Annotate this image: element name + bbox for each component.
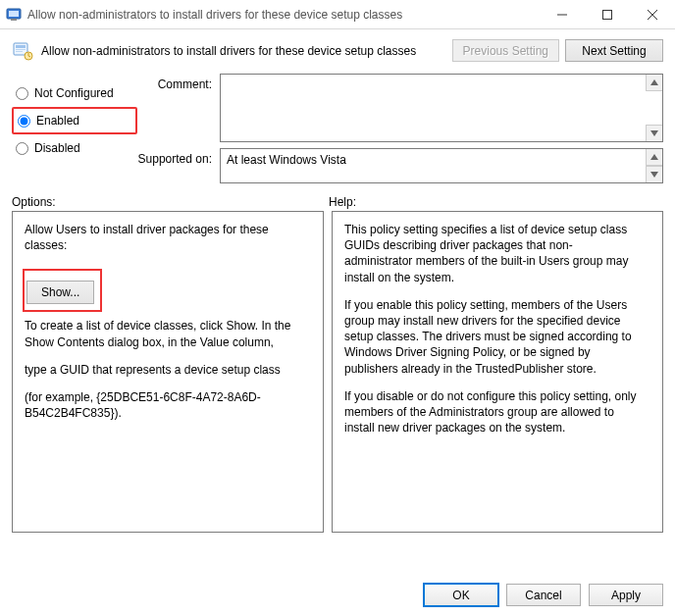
header-row: Allow non-administrators to install driv… [0,29,675,74]
options-line1: To create a list of device classes, clic… [25,318,311,349]
svg-rect-9 [16,49,26,50]
options-pane: Allow Users to install driver packages f… [12,211,324,533]
window-title: Allow non-administrators to install driv… [27,8,540,22]
options-label: Options: [12,195,329,209]
apply-button[interactable]: Apply [589,584,663,606]
state-radio-group: Not Configured Enabled Disabled [12,74,137,189]
close-button[interactable] [630,0,675,29]
policy-icon [12,40,33,62]
ok-button[interactable]: OK [424,584,498,606]
help-label: Help: [329,195,356,209]
radio-disabled[interactable]: Disabled [12,134,137,162]
next-setting-button[interactable]: Next Setting [565,39,663,62]
supported-field: At least Windows Vista [220,148,663,183]
svg-rect-2 [11,19,17,21]
dialog-footer: OK Cancel Apply [424,584,663,606]
options-line3: (for example, {25DBCE51-6C8F-4A72-8A6D-B… [25,389,311,421]
supported-value: At least Windows Vista [221,149,662,171]
help-p3: If you disable or do not configure this … [344,388,641,436]
svg-rect-10 [16,51,23,52]
previous-setting-button: Previous Setting [452,39,559,62]
minimize-button[interactable] [540,0,585,29]
svg-marker-13 [650,130,658,136]
radio-not-configured-label: Not Configured [34,86,114,100]
options-intro: Allow Users to install driver packages f… [25,222,311,253]
titlebar: Allow non-administrators to install driv… [0,0,675,29]
supported-row: Supported on: At least Windows Vista [137,148,663,183]
radio-not-configured[interactable]: Not Configured [12,79,137,107]
help-pane: This policy setting specifies a list of … [332,211,663,533]
svg-rect-4 [603,11,612,20]
help-p2: If you enable this policy setting, membe… [344,297,641,377]
radio-not-configured-input[interactable] [16,87,28,100]
comment-label: Comment: [137,74,220,91]
radio-enabled[interactable]: Enabled [12,107,137,134]
policy-title: Allow non-administrators to install driv… [41,44,446,58]
fields-column: Comment: Supported on: At least Windows … [137,74,663,189]
svg-marker-15 [650,172,658,178]
svg-marker-14 [650,154,658,160]
svg-rect-1 [9,11,19,17]
app-icon [6,7,22,23]
scroll-up-icon[interactable] [646,75,662,91]
scroll-down-icon[interactable] [646,125,662,141]
comment-row: Comment: [137,74,663,142]
radio-enabled-label: Enabled [36,114,79,128]
svg-marker-12 [650,79,658,85]
radio-disabled-label: Disabled [34,141,80,155]
show-button-highlight: Show... [23,269,102,312]
panes: Allow Users to install driver packages f… [0,211,675,533]
window-controls [540,0,675,28]
pane-labels: Options: Help: [0,189,675,211]
radio-disabled-input[interactable] [16,142,28,155]
comment-field[interactable] [220,74,663,142]
help-p1: This policy setting specifies a list of … [344,222,641,285]
upper-section: Not Configured Enabled Disabled Comment:… [0,74,675,189]
svg-rect-8 [16,45,26,48]
maximize-button[interactable] [585,0,630,29]
radio-enabled-input[interactable] [18,115,30,128]
supported-label: Supported on: [137,148,220,166]
comment-value [221,75,662,82]
options-line2: type a GUID that represents a device set… [25,362,311,378]
cancel-button[interactable]: Cancel [506,584,581,606]
scroll-up-icon[interactable] [646,149,662,166]
scroll-down-icon[interactable] [646,166,662,182]
show-button[interactable]: Show... [26,281,94,304]
